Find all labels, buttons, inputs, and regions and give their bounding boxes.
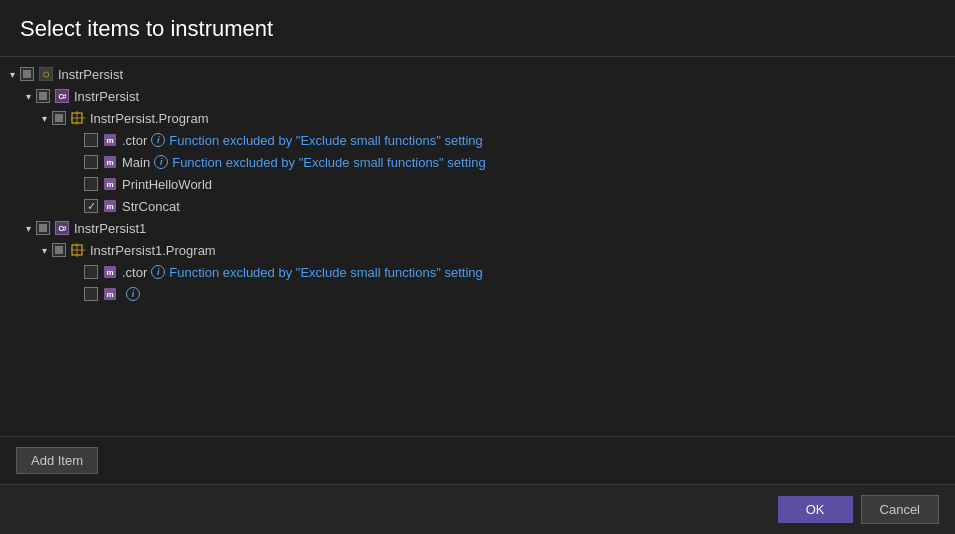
collapse-arrow-instrpersist-assembly[interactable]: ▾ [20,88,36,104]
svg-text:m: m [106,158,113,167]
cs-assembly-icon: C# [54,220,70,236]
namespace-icon [70,242,86,258]
dialog-footer: OK Cancel [0,484,955,534]
collapse-arrow-instrpersist-root[interactable]: ▾ [4,66,20,82]
item-label: .ctor [122,265,147,280]
checkbox-instrpersist-strconcat[interactable] [84,199,98,213]
checkbox-instrpersist1-ctor[interactable] [84,265,98,279]
item-label: Main [122,155,150,170]
svg-text:⬡: ⬡ [43,71,49,78]
svg-text:m: m [106,136,113,145]
info-icon-partial: i [126,287,140,301]
svg-text:m: m [106,202,113,211]
tree-row: ▾ ⬡ InstrPersist [0,63,955,85]
cs-assembly-icon: C# [54,88,70,104]
svg-text:m: m [106,180,113,189]
collapse-arrow-instrpersist1-program[interactable]: ▾ [36,242,52,258]
svg-text:m: m [106,290,113,299]
method-icon: m [102,154,118,170]
info-icon-main: i [154,155,168,169]
tree-row: ▾ m Main i Function excluded by "Exclude… [0,151,955,173]
tree-scroll[interactable]: ▾ ⬡ InstrPersist ▾ C# InstrPersist [0,57,955,436]
namespace-icon [70,110,86,126]
assembly-icon: ⬡ [38,66,54,82]
item-label: PrintHelloWorld [122,177,212,192]
checkbox-instrpersist1-method2[interactable] [84,287,98,301]
info-icon-instrpersist1-ctor: i [151,265,165,279]
method-icon: m [102,286,118,302]
tree-row: ▾ m PrintHelloWorld [0,173,955,195]
checkbox-instrpersist-ctor[interactable] [84,133,98,147]
select-items-dialog: Select items to instrument ▾ ⬡ InstrPers… [0,0,955,534]
item-label: InstrPersist [58,67,123,82]
checkbox-instrpersist1-program[interactable] [52,243,66,257]
tree-row: ▾ InstrPersist1.Program [0,239,955,261]
exclude-link-instrpersist1-ctor[interactable]: Function excluded by "Exclude small func… [169,265,482,280]
checkbox-instrpersist-program[interactable] [52,111,66,125]
item-label: InstrPersist [74,89,139,104]
exclude-link-main[interactable]: Function excluded by "Exclude small func… [172,155,485,170]
item-label: InstrPersist.Program [90,111,208,126]
collapse-arrow-instrpersist1[interactable]: ▾ [20,220,36,236]
tree-row: ▾ m .ctor i Function excluded by "Exclud… [0,261,955,283]
checkbox-instrpersist-main[interactable] [84,155,98,169]
item-label: StrConcat [122,199,180,214]
tree-row: ▾ C# InstrPersist [0,85,955,107]
tree-row: ▾ m i [0,283,955,305]
tree-row: ▾ m .ctor i Function excluded by "Exclud… [0,129,955,151]
method-icon: m [102,198,118,214]
tree-row: ▾ InstrPersist.Program [0,107,955,129]
checkbox-instrpersist-assembly[interactable] [36,89,50,103]
bottom-area: Add Item [0,436,955,484]
dialog-title: Select items to instrument [0,16,955,56]
cancel-button[interactable]: Cancel [861,495,939,524]
checkbox-instrpersist-printhelloworld[interactable] [84,177,98,191]
method-icon: m [102,264,118,280]
add-item-button[interactable]: Add Item [16,447,98,474]
item-label: .ctor [122,133,147,148]
info-icon-ctor: i [151,133,165,147]
tree-row: ▾ m StrConcat [0,195,955,217]
collapse-arrow-instrpersist-program[interactable]: ▾ [36,110,52,126]
method-icon: m [102,176,118,192]
checkbox-instrpersist-root[interactable] [20,67,34,81]
ok-button[interactable]: OK [778,496,853,523]
tree-area: ▾ ⬡ InstrPersist ▾ C# InstrPersist [0,56,955,436]
exclude-link-ctor[interactable]: Function excluded by "Exclude small func… [169,133,482,148]
svg-text:m: m [106,268,113,277]
checkbox-instrpersist1[interactable] [36,221,50,235]
item-label: InstrPersist1 [74,221,146,236]
tree-row: ▾ C# InstrPersist1 [0,217,955,239]
item-label: InstrPersist1.Program [90,243,216,258]
method-icon: m [102,132,118,148]
